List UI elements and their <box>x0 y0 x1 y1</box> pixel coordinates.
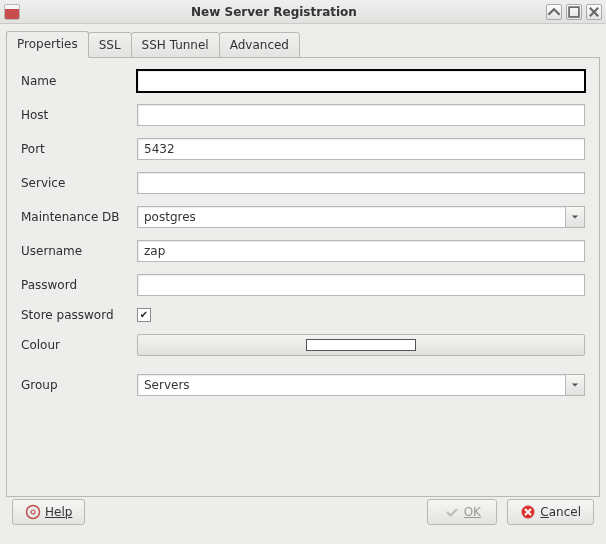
svg-point-1 <box>27 506 40 519</box>
maintenance-db-input[interactable] <box>137 206 565 228</box>
cancel-button-label: Cancel <box>540 505 581 519</box>
ok-button[interactable]: OK <box>427 499 497 525</box>
username-input[interactable] <box>137 240 585 262</box>
maintenance-db-label: Maintenance DB <box>21 210 137 224</box>
colour-label: Colour <box>21 338 137 352</box>
dialog-button-row: Help OK Cancel <box>6 497 600 525</box>
host-label: Host <box>21 108 137 122</box>
username-label: Username <box>21 244 137 258</box>
tab-advanced[interactable]: Advanced <box>219 32 300 58</box>
cancel-icon <box>520 504 536 520</box>
port-label: Port <box>21 142 137 156</box>
window-close-button[interactable] <box>586 4 602 20</box>
colour-button[interactable] <box>137 334 585 356</box>
name-label: Name <box>21 74 137 88</box>
ok-icon <box>444 504 460 520</box>
service-input[interactable] <box>137 172 585 194</box>
group-combo[interactable] <box>137 374 585 396</box>
help-button-label: Help <box>45 505 72 519</box>
password-label: Password <box>21 278 137 292</box>
tab-ssl[interactable]: SSL <box>88 32 132 58</box>
properties-panel: Name Host Port Service Maintenance DB <box>6 57 600 497</box>
window-title: New Server Registration <box>26 5 522 19</box>
check-icon: ✔ <box>140 310 148 320</box>
colour-swatch <box>306 339 416 351</box>
window-roll-up-button[interactable] <box>546 4 562 20</box>
maintenance-db-dropdown-button[interactable] <box>565 206 585 228</box>
port-input[interactable] <box>137 138 585 160</box>
group-dropdown-button[interactable] <box>565 374 585 396</box>
maintenance-db-combo[interactable] <box>137 206 585 228</box>
help-button[interactable]: Help <box>12 499 85 525</box>
window-maximize-button[interactable] <box>566 4 582 20</box>
app-icon <box>4 4 20 20</box>
service-label: Service <box>21 176 137 190</box>
ok-button-label: OK <box>464 505 481 519</box>
window-titlebar: New Server Registration <box>0 0 606 24</box>
group-input[interactable] <box>137 374 565 396</box>
store-password-checkbox[interactable]: ✔ <box>137 308 151 322</box>
store-password-label: Store password <box>21 308 137 322</box>
tab-bar: Properties SSL SSH Tunnel Advanced <box>6 30 600 57</box>
svg-point-2 <box>31 510 35 514</box>
svg-rect-0 <box>569 7 579 17</box>
cancel-button[interactable]: Cancel <box>507 499 594 525</box>
help-icon <box>25 504 41 520</box>
group-label: Group <box>21 378 137 392</box>
tab-properties[interactable]: Properties <box>6 31 89 58</box>
tab-ssh-tunnel[interactable]: SSH Tunnel <box>131 32 220 58</box>
password-input[interactable] <box>137 274 585 296</box>
name-input[interactable] <box>137 70 585 92</box>
host-input[interactable] <box>137 104 585 126</box>
